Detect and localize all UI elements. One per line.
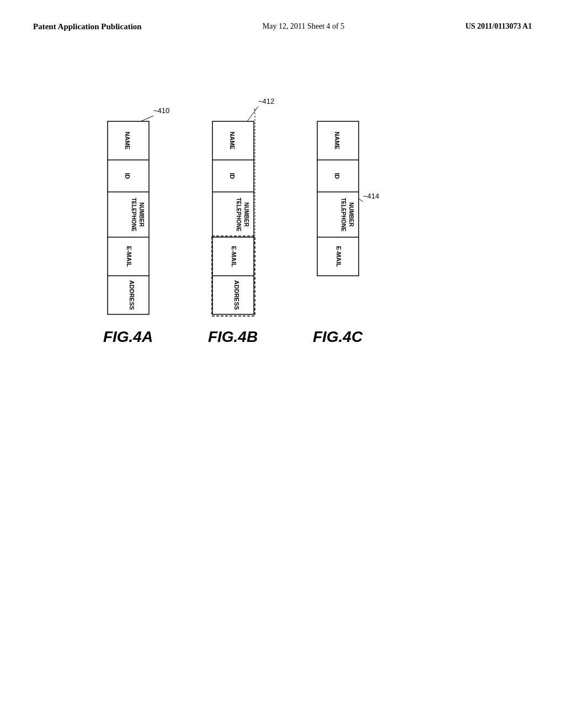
svg-text:E-MAIL: E-MAIL — [231, 246, 237, 267]
svg-text:~410: ~410 — [153, 106, 169, 115]
svg-text:FIG.4B: FIG.4B — [208, 328, 258, 345]
svg-text:ID: ID — [229, 173, 236, 179]
svg-rect-31 — [317, 121, 359, 276]
svg-text:ADDRESS: ADDRESS — [129, 280, 135, 310]
svg-text:TELEPHONE: TELEPHONE — [131, 197, 137, 231]
svg-text:NUMBER: NUMBER — [138, 202, 145, 227]
svg-text:ID: ID — [124, 173, 131, 179]
svg-text:ADDRESS: ADDRESS — [233, 280, 240, 310]
svg-line-41 — [359, 199, 363, 202]
svg-text:TELEPHONE: TELEPHONE — [236, 197, 242, 231]
publication-title: Patent Application Publication — [33, 22, 142, 31]
svg-text:FIG.4C: FIG.4C — [313, 328, 363, 345]
svg-rect-19 — [212, 236, 255, 316]
svg-text:NUMBER: NUMBER — [243, 202, 249, 227]
svg-text:E-MAIL: E-MAIL — [335, 246, 342, 267]
svg-rect-14 — [212, 121, 254, 314]
svg-text:~414: ~414 — [363, 192, 379, 200]
svg-text:E-MAIL: E-MAIL — [126, 246, 132, 267]
svg-text:FIG.4A: FIG.4A — [103, 328, 153, 345]
patent-number: US 2011/0113073 A1 — [465, 22, 532, 31]
svg-line-27 — [247, 106, 258, 121]
svg-text:NAME: NAME — [229, 132, 236, 149]
svg-text:NUMBER: NUMBER — [348, 202, 354, 227]
svg-text:~412: ~412 — [258, 97, 274, 105]
svg-line-12 — [141, 116, 153, 121]
svg-rect-0 — [108, 121, 149, 314]
svg-text:ID: ID — [334, 173, 340, 179]
svg-text:NAME: NAME — [124, 132, 131, 149]
svg-text:NAME: NAME — [334, 132, 340, 149]
svg-text:TELEPHONE: TELEPHONE — [340, 197, 347, 231]
sheet-info: May 12, 2011 Sheet 4 of 5 — [263, 22, 344, 31]
